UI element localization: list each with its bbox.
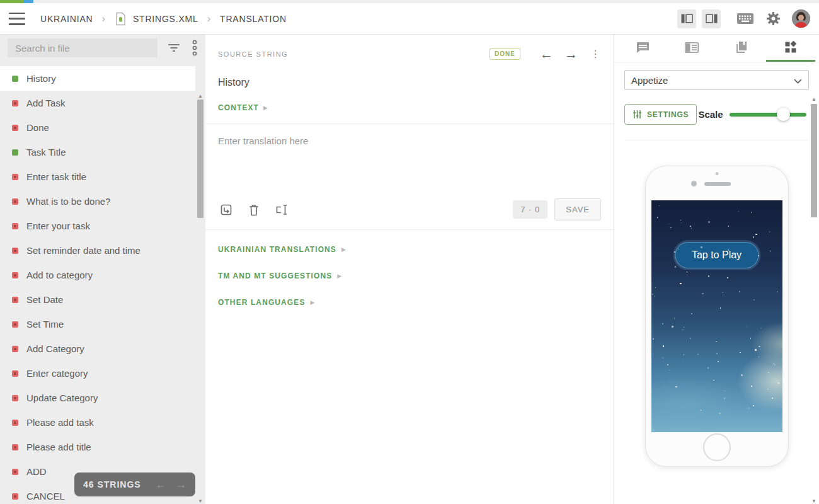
star-dot [702, 293, 704, 295]
section-other-languages[interactable]: OTHER LANGUAGES ▶ [205, 289, 614, 316]
apps-tab[interactable] [766, 35, 815, 62]
string-info-tab[interactable] [667, 35, 716, 62]
breadcrumb: UKRAINIAN › STRINGS.XML › TRANSLATION [40, 12, 287, 26]
scroll-up-icon[interactable]: ▲ [810, 96, 818, 102]
context-expander[interactable]: CONTEXT ▶ [205, 88, 614, 123]
filter-icon[interactable] [166, 42, 181, 54]
breadcrumb-section[interactable]: TRANSLATION [220, 14, 287, 24]
star-dot [708, 221, 710, 223]
string-item[interactable]: Enter your task [0, 214, 195, 238]
translation-editor: SOURCE STRING DONE ← → ⋮ History CONTEXT… [205, 35, 614, 504]
sidebar-scrollbar[interactable]: ▲ ▼ [197, 69, 204, 504]
string-item[interactable]: Set Time [0, 312, 195, 336]
more-options-icon[interactable] [190, 38, 199, 57]
string-item-label: Please add title [26, 442, 91, 452]
phone-camera [691, 181, 697, 186]
menu-icon[interactable] [9, 13, 25, 25]
star-dot [708, 275, 710, 277]
select-text-icon[interactable] [273, 202, 291, 217]
pages-tab[interactable] [717, 35, 766, 62]
star-dot [723, 292, 724, 294]
scroll-down-icon[interactable]: ▼ [197, 498, 204, 504]
next-string-button[interactable]: → [559, 47, 583, 60]
scroll-up-icon[interactable]: ▲ [197, 93, 204, 99]
star-dot [767, 389, 769, 390]
search-input[interactable] [8, 38, 158, 57]
progress-translated-segment [0, 0, 24, 3]
clear-translation-icon[interactable] [246, 202, 261, 218]
star-dot [751, 212, 752, 213]
scale-slider[interactable] [730, 108, 806, 122]
previous-string-button[interactable]: ← [534, 47, 559, 60]
star-dot [716, 341, 717, 343]
star-dot [739, 291, 740, 292]
scrollbar-thumb[interactable] [197, 100, 203, 218]
string-item[interactable]: Update Category [0, 386, 195, 410]
layout-right-panel-icon[interactable] [702, 9, 721, 28]
scroll-down-icon[interactable]: ▼ [810, 498, 818, 504]
comments-tab[interactable] [618, 35, 667, 62]
string-item[interactable]: Add to category [0, 263, 195, 287]
star-dot [675, 266, 677, 268]
untranslated-status-icon [12, 174, 18, 180]
translation-input[interactable] [205, 124, 614, 193]
settings-button[interactable]: SETTINGS [624, 104, 697, 125]
layout-left-panel-icon[interactable] [677, 9, 696, 28]
string-item[interactable]: Add Task [0, 91, 195, 115]
star-dot [659, 205, 660, 207]
star-dot [770, 251, 771, 252]
string-item[interactable]: History [0, 66, 195, 91]
save-button[interactable]: SAVE [554, 198, 601, 220]
star-dot [727, 251, 728, 253]
star-dot [687, 272, 688, 273]
string-item[interactable]: Task Title [0, 140, 195, 164]
string-item[interactable]: Add Category [0, 336, 195, 361]
string-item[interactable]: Please add task [0, 410, 195, 435]
star-dot [772, 398, 773, 399]
next-page-icon[interactable]: → [175, 478, 186, 491]
star-dot [663, 345, 665, 347]
string-item[interactable]: Done [0, 115, 195, 140]
string-item-label: Task Title [26, 147, 66, 158]
string-item[interactable]: Enter task title [0, 164, 195, 189]
star-dot [652, 294, 653, 295]
breadcrumb-file[interactable]: STRINGS.XML [133, 14, 198, 24]
copy-source-icon[interactable] [218, 202, 234, 218]
star-dot [741, 374, 743, 376]
untranslated-status-icon [12, 493, 18, 500]
star-dot [769, 231, 770, 232]
star-dot [719, 413, 721, 414]
gear-icon[interactable] [765, 10, 782, 27]
string-item-label: Set Date [26, 294, 63, 305]
star-dot [727, 277, 728, 278]
phone-sensor-dot [715, 172, 718, 175]
panel-scrollbar[interactable]: ▲ ▼ [810, 66, 818, 504]
string-item[interactable]: What is to be done? [0, 189, 195, 214]
expand-arrow-icon: ▶ [311, 299, 315, 306]
prev-page-icon[interactable]: ← [155, 478, 166, 491]
keyboard-icon[interactable] [736, 12, 755, 25]
star-dot [690, 338, 691, 339]
section-ukrainian-translations[interactable]: UKRAINIAN TRANSLATIONS ▶ [205, 236, 614, 263]
string-item-label: History [26, 73, 56, 84]
avatar[interactable] [792, 9, 810, 28]
star-dot [701, 410, 702, 411]
section-tm-mt-suggestions[interactable]: TM AND MT SUGGESTIONS ▶ [205, 263, 614, 289]
string-item[interactable]: Enter category [0, 361, 195, 386]
device-select[interactable]: Appetize [624, 70, 809, 90]
tap-to-play-button[interactable]: Tap to Play [675, 242, 759, 268]
breadcrumb-language[interactable]: UKRAINIAN [40, 14, 93, 24]
string-item-label: Add Category [26, 343, 84, 354]
string-menu-icon[interactable]: ⋮ [590, 52, 601, 56]
string-item[interactable]: Set Date [0, 287, 195, 312]
string-item[interactable]: Set reminder date and time [0, 238, 195, 263]
scrollbar-thumb[interactable] [811, 104, 817, 217]
star-dot [707, 367, 709, 369]
star-dot [774, 364, 776, 366]
slider-thumb[interactable] [777, 108, 790, 121]
star-dot [680, 220, 682, 221]
star-dot [720, 307, 721, 309]
star-dot [728, 226, 730, 227]
string-item[interactable]: Please add title [0, 435, 195, 459]
slider-track[interactable] [730, 113, 806, 117]
